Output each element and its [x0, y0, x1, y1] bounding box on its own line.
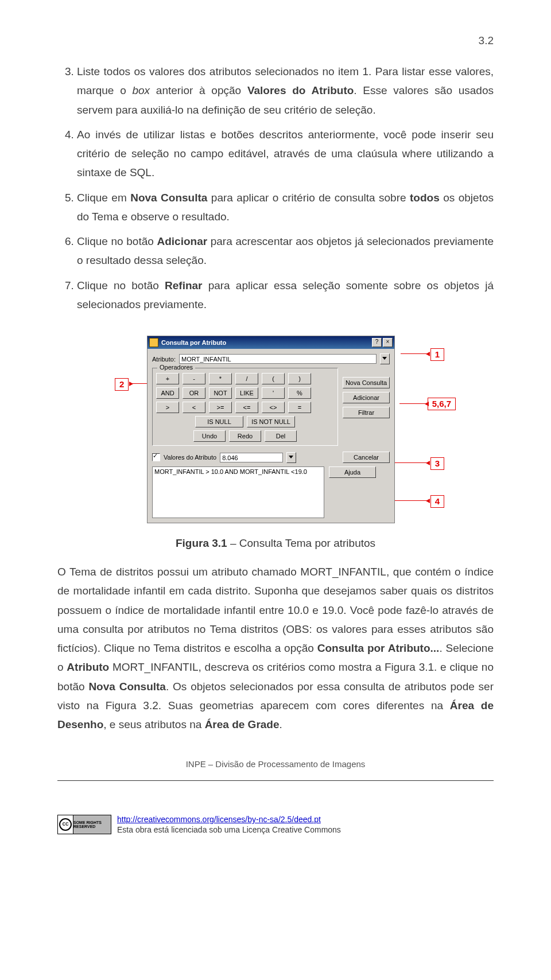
- text-bold: Valores do Atributo: [247, 84, 354, 96]
- cancelar-button[interactable]: Cancelar: [343, 452, 390, 463]
- adicionar-button[interactable]: Adicionar: [343, 392, 390, 403]
- text: Ao invés de utilizar listas e botões des…: [77, 129, 494, 179]
- text-bold: Atributo: [67, 661, 109, 673]
- operator-button[interactable]: <>: [262, 402, 285, 413]
- text-bold: Consulta por Atributo...: [317, 642, 440, 654]
- ajuda-button[interactable]: Ajuda: [329, 466, 376, 478]
- cc-badge: cc SOME RIGHTS RESERVED: [57, 815, 111, 834]
- text-bold: Nova Consulta: [88, 680, 166, 693]
- operator-button[interactable]: /: [235, 373, 258, 384]
- cc-icon: cc: [58, 815, 73, 834]
- text: para aplicar o critério de consulta sobr…: [207, 192, 410, 204]
- callout-567: 5,6,7: [428, 398, 456, 410]
- text-bold: todos: [410, 192, 440, 204]
- combo-drop-icon[interactable]: [380, 353, 390, 364]
- filtrar-button[interactable]: Filtrar: [343, 407, 390, 418]
- operator-button[interactable]: IS NOT NULL: [247, 416, 295, 427]
- operator-row: > < >= <= <> =: [156, 402, 334, 413]
- operator-button[interactable]: *: [209, 373, 232, 384]
- list-item: Liste todos os valores dos atributos sel…: [77, 62, 494, 119]
- del-button[interactable]: Del: [265, 430, 297, 442]
- close-button[interactable]: ×: [383, 338, 393, 347]
- operator-button[interactable]: -: [183, 373, 205, 384]
- operator-button[interactable]: LIKE: [235, 387, 258, 399]
- attribute-label: Atributo:: [152, 356, 176, 363]
- operator-button[interactable]: (: [262, 373, 285, 384]
- license-text: Esta obra está licenciada sob uma Licenç…: [117, 825, 341, 834]
- help-button[interactable]: ?: [372, 338, 382, 347]
- text-bold: Refinar: [165, 279, 202, 291]
- redo-button[interactable]: Redo: [229, 430, 261, 442]
- operator-button[interactable]: ): [288, 373, 311, 384]
- footer-text: http://creativecommons.org/licenses/by-n…: [117, 814, 341, 835]
- window-icon: [149, 338, 158, 347]
- caption-text: – Consulta Tema por atributos: [227, 537, 375, 549]
- callout-3: 3: [430, 457, 444, 470]
- list-item: Clique no botão Refinar para aplicar ess…: [77, 276, 494, 314]
- operator-button[interactable]: ': [262, 387, 285, 399]
- cc-text: SOME RIGHTS RESERVED: [73, 815, 111, 834]
- callout-arrow: [401, 353, 429, 354]
- operator-button[interactable]: =: [288, 402, 311, 413]
- operators-label: Operadores: [157, 364, 195, 371]
- valores-combo[interactable]: 8.046: [220, 453, 283, 462]
- text-bold: Nova Consulta: [130, 192, 207, 204]
- caption-number: Figura 3.1: [176, 537, 227, 549]
- sql-textarea[interactable]: MORT_INFANTIL > 10.0 AND MORT_INFANTIL <…: [152, 466, 324, 518]
- operator-button[interactable]: >: [156, 402, 179, 413]
- text: anterior à opção: [150, 84, 247, 96]
- figure-caption: Figura 3.1 – Consulta Tema por atributos: [57, 537, 494, 550]
- nova-consulta-button[interactable]: Nova Consulta: [343, 377, 390, 388]
- edit-row: Undo Redo Del: [156, 430, 334, 442]
- text-italic: box: [132, 84, 150, 96]
- text-bold: Área de Grade: [205, 718, 280, 730]
- dialog-title: Consulta por Atributo: [161, 339, 371, 346]
- list-item: Ao invés de utilizar listas e botões des…: [77, 125, 494, 182]
- operator-row: + - * / ( ): [156, 373, 334, 384]
- operator-button[interactable]: <: [183, 402, 205, 413]
- operator-button[interactable]: %: [288, 387, 311, 399]
- callout-4: 4: [430, 495, 444, 508]
- operators-group: Operadores + - * / ( ) AND OR NOT: [152, 368, 338, 446]
- operator-button[interactable]: +: [156, 373, 179, 384]
- operator-row: IS NULL IS NOT NULL: [156, 416, 334, 427]
- page-number: 3.2: [57, 34, 494, 47]
- dialog-body: Atributo: MORT_INFANTIL Operadores + - *…: [148, 349, 394, 523]
- operator-button[interactable]: >=: [209, 402, 232, 413]
- footer-rule: [57, 780, 494, 781]
- text: .: [280, 718, 282, 730]
- operator-button[interactable]: AND: [156, 387, 179, 399]
- numbered-list: Liste todos os valores dos atributos sel…: [57, 62, 494, 314]
- text: O Tema de distritos possui um atributo c…: [57, 566, 494, 654]
- figure-wrapper: 1 2 5,6,7 3 4 Consulta por Atributo ? × …: [115, 336, 436, 523]
- operator-button[interactable]: IS NULL: [195, 416, 243, 427]
- dialog-titlebar[interactable]: Consulta por Atributo ? ×: [148, 336, 394, 349]
- callout-2: 2: [115, 378, 129, 391]
- attribute-combo[interactable]: MORT_INFANTIL: [179, 354, 377, 364]
- cc-link[interactable]: http://creativecommons.org/licenses/by-n…: [117, 815, 321, 824]
- operator-button[interactable]: NOT: [209, 387, 232, 399]
- valores-label: Valores do Atributo: [164, 454, 216, 461]
- footer-org: INPE – Divisão de Processamento de Image…: [57, 759, 494, 769]
- operator-button[interactable]: <=: [235, 402, 258, 413]
- dialog-window: Consulta por Atributo ? × Atributo: MORT…: [147, 336, 395, 523]
- footer-bar: cc SOME RIGHTS RESERVED http://creativec…: [57, 814, 494, 835]
- combo-drop-icon[interactable]: [286, 452, 296, 463]
- text: Clique no botão: [77, 279, 165, 291]
- operator-row: AND OR NOT LIKE ' %: [156, 387, 334, 399]
- callout-1: 1: [430, 348, 444, 361]
- list-item: Clique em Nova Consulta para aplicar o c…: [77, 188, 494, 227]
- undo-button[interactable]: Undo: [193, 430, 226, 442]
- text: Clique em: [77, 192, 130, 204]
- callout-arrow: [399, 403, 428, 404]
- body-paragraph: O Tema de distritos possui um atributo c…: [57, 562, 494, 734]
- valores-checkbox[interactable]: [152, 453, 160, 461]
- list-item: Clique no botão Adicionar para acrescent…: [77, 232, 494, 270]
- operator-button[interactable]: OR: [183, 387, 205, 399]
- text: , e seus atributos na: [103, 718, 204, 730]
- text-bold: Adicionar: [157, 235, 207, 247]
- text: Clique no botão: [77, 235, 157, 247]
